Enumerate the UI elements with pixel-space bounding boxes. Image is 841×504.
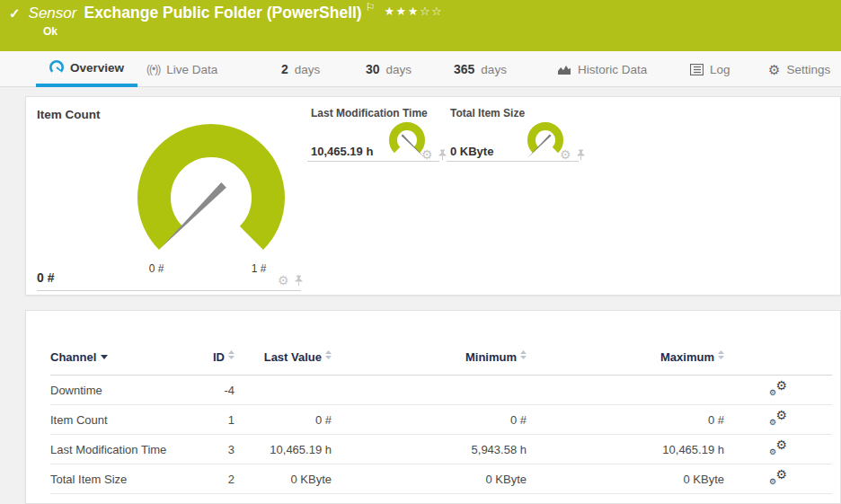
channel-maximum: 10,465.19 h bbox=[527, 435, 724, 464]
last-modification-time-tools: ⚙ bbox=[421, 148, 447, 161]
channel-name[interactable]: Last Modification Time bbox=[50, 435, 194, 464]
tab-365-days[interactable]: 365 days bbox=[454, 51, 507, 87]
pin-icon[interactable] bbox=[576, 149, 586, 161]
channel-settings-icon[interactable]: ⚙⚙ bbox=[769, 470, 787, 485]
channel-id: -4 bbox=[194, 376, 235, 405]
total-item-size-title: Total Item Size bbox=[450, 107, 525, 119]
channel-last-value: 0 KByte bbox=[235, 464, 332, 494]
divider bbox=[447, 161, 579, 162]
column-header-minimum[interactable]: Minimum bbox=[332, 311, 527, 376]
gauge-scale-max: 1 # bbox=[241, 262, 277, 275]
tab-log-label: Log bbox=[710, 63, 730, 76]
table-header-row: Channel ID Last Value Minimum Maximum bbox=[50, 311, 832, 376]
sensor-title-row: ✓ Sensor Exchange Public Folder (PowerSh… bbox=[9, 4, 443, 22]
tab-live-data-label: Live Data bbox=[166, 63, 217, 76]
channels-panel: Channel ID Last Value Minimum Maximum bbox=[25, 310, 841, 504]
pin-icon[interactable] bbox=[438, 149, 447, 161]
channel-maximum bbox=[527, 376, 724, 405]
tab-2-days-number: 2 bbox=[281, 62, 288, 76]
sensor-status-header: ✓ Sensor Exchange Public Folder (PowerSh… bbox=[0, 0, 841, 51]
channel-settings-icon[interactable]: ⚙⚙ bbox=[769, 381, 787, 396]
sensor-name: Exchange Public Folder (PowerShell) bbox=[84, 4, 361, 22]
log-list-icon bbox=[690, 64, 704, 75]
object-kind-label: Sensor bbox=[29, 4, 77, 22]
tab-30-days-number: 30 bbox=[366, 62, 380, 76]
gauge-settings-icon[interactable]: ⚙ bbox=[421, 148, 433, 161]
column-header-maximum[interactable]: Maximum bbox=[527, 311, 724, 376]
sort-icon bbox=[228, 349, 235, 362]
gauge-settings-icon[interactable]: ⚙ bbox=[278, 274, 289, 287]
sort-icon bbox=[520, 349, 527, 362]
total-item-size-value: 0 KByte bbox=[450, 145, 493, 158]
total-item-size-tools: ⚙ bbox=[560, 148, 586, 161]
item-count-value: 0 # bbox=[37, 270, 54, 285]
tab-30-days[interactable]: 30 days bbox=[366, 51, 412, 87]
table-row[interactable]: Downtime -4 ⚙⚙ bbox=[50, 376, 832, 405]
column-header-channel[interactable]: Channel bbox=[50, 311, 194, 376]
sort-desc-icon bbox=[101, 349, 108, 362]
tab-2-days[interactable]: 2 days bbox=[281, 51, 320, 87]
channel-last-value: 0 # bbox=[235, 405, 332, 435]
column-header-actions bbox=[724, 311, 832, 376]
channel-maximum: 0 # bbox=[527, 405, 724, 435]
pin-icon[interactable] bbox=[294, 275, 304, 287]
column-header-last-value-label: Last Value bbox=[264, 350, 322, 364]
table-row[interactable]: Last Modification Time 3 10,465.19 h 5,9… bbox=[50, 435, 832, 464]
column-header-minimum-label: Minimum bbox=[465, 350, 517, 364]
channel-minimum: 0 KByte bbox=[332, 464, 527, 494]
channel-minimum bbox=[332, 376, 527, 405]
channel-id: 2 bbox=[194, 464, 235, 494]
channel-name[interactable]: Total Item Size bbox=[50, 464, 194, 494]
channel-minimum: 5,943.58 h bbox=[332, 435, 527, 464]
sort-icon bbox=[325, 349, 332, 362]
prtg-sensor-page: ✓ Sensor Exchange Public Folder (PowerSh… bbox=[0, 0, 841, 504]
tab-2-days-label: days bbox=[295, 63, 321, 76]
channel-id: 1 bbox=[194, 405, 235, 435]
area-chart-icon bbox=[557, 64, 571, 75]
tab-settings[interactable]: ⚙ Settings bbox=[768, 51, 830, 87]
divider bbox=[37, 290, 301, 291]
channel-name[interactable]: Item Count bbox=[50, 405, 194, 435]
tab-overview-label: Overview bbox=[70, 61, 124, 75]
channel-id: 3 bbox=[194, 435, 235, 464]
gear-icon: ⚙ bbox=[768, 63, 780, 76]
item-count-gauge bbox=[126, 112, 297, 283]
tab-log[interactable]: Log bbox=[690, 51, 730, 87]
gauge-settings-icon[interactable]: ⚙ bbox=[560, 148, 571, 161]
channel-minimum: 0 # bbox=[332, 405, 527, 435]
gauge-scale-min: 0 # bbox=[138, 262, 174, 275]
priority-flag-icon[interactable]: ⚐ bbox=[366, 1, 376, 13]
column-header-id[interactable]: ID bbox=[194, 311, 235, 376]
tab-bar: Overview ((•)) Live Data 2 days 30 days … bbox=[0, 51, 841, 87]
tab-365-days-number: 365 bbox=[454, 62, 474, 76]
gauges-panel: Item Count 0 # 1 # 0 # ⚙ Last Modificati… bbox=[25, 96, 841, 296]
sensor-status-text: Ok bbox=[43, 25, 58, 38]
tab-historic-data[interactable]: Historic Data bbox=[557, 51, 647, 87]
channel-name[interactable]: Downtime bbox=[50, 376, 194, 405]
column-header-last-value[interactable]: Last Value bbox=[235, 311, 332, 376]
last-modification-time-value: 10,465.19 h bbox=[311, 145, 373, 158]
channel-settings-icon[interactable]: ⚙⚙ bbox=[769, 411, 787, 426]
tab-365-days-label: days bbox=[481, 63, 507, 76]
tab-historic-data-label: Historic Data bbox=[578, 63, 647, 76]
channel-settings-icon[interactable]: ⚙⚙ bbox=[769, 440, 787, 455]
priority-stars[interactable]: ★★★☆☆ bbox=[384, 4, 443, 18]
sort-icon bbox=[718, 349, 724, 362]
channel-maximum: 0 KByte bbox=[527, 464, 724, 494]
column-header-id-label: ID bbox=[213, 350, 225, 364]
tab-settings-label: Settings bbox=[786, 63, 830, 76]
column-header-channel-label: Channel bbox=[50, 350, 96, 364]
status-ok-check-icon: ✓ bbox=[9, 5, 21, 22]
divider bbox=[307, 161, 439, 162]
item-count-gauge-title: Item Count bbox=[37, 108, 101, 121]
channel-last-value bbox=[235, 376, 332, 405]
tab-30-days-label: days bbox=[386, 63, 412, 76]
gauge-icon bbox=[49, 60, 64, 75]
channels-table: Channel ID Last Value Minimum Maximum bbox=[50, 311, 832, 494]
tab-live-data[interactable]: ((•)) Live Data bbox=[146, 51, 217, 87]
tab-overview[interactable]: Overview bbox=[36, 51, 137, 87]
broadcast-icon: ((•)) bbox=[146, 63, 160, 75]
table-row[interactable]: Total Item Size 2 0 KByte 0 KByte 0 KByt… bbox=[50, 464, 832, 494]
table-row[interactable]: Item Count 1 0 # 0 # 0 # ⚙⚙ bbox=[50, 405, 832, 435]
item-count-gauge-tools: ⚙ bbox=[278, 274, 304, 287]
